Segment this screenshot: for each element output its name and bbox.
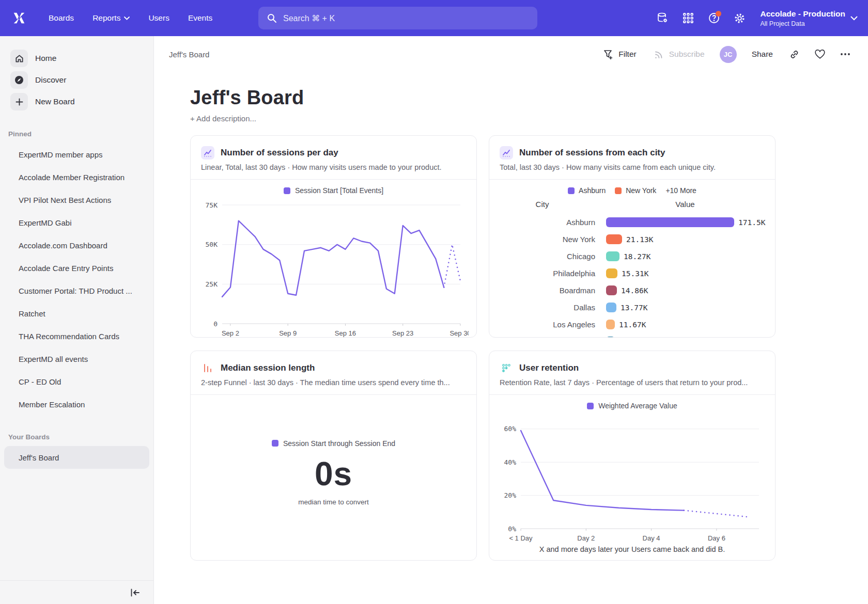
filter-funnel-icon xyxy=(603,50,614,59)
nav-item-events[interactable]: Events xyxy=(181,8,220,28)
apps-grid-icon[interactable] xyxy=(678,8,699,28)
more-options-icon[interactable] xyxy=(835,48,856,60)
card-sessions-per-day: Number of sessions per day Linear, Total… xyxy=(190,135,477,338)
city-name: Boardman xyxy=(489,286,595,295)
sidebar-item-discover[interactable]: Discover xyxy=(4,69,149,91)
home-icon xyxy=(10,50,28,67)
board-header: Jeff's Board Filter xyxy=(154,36,868,72)
sidebar-pinned-item[interactable]: ExpertMD member apps xyxy=(4,143,149,166)
breadcrumb[interactable]: Jeff's Board xyxy=(169,50,209,59)
city-bar xyxy=(606,337,615,338)
svg-text:Day 4: Day 4 xyxy=(643,534,660,542)
table-column-headers: City Value xyxy=(489,195,775,211)
project-switcher[interactable]: Accolade - Production All Project Data xyxy=(761,9,858,27)
settings-gear-icon[interactable] xyxy=(730,8,750,28)
table-row[interactable]: Dallas13.77K xyxy=(489,299,775,316)
nav-item-boards[interactable]: Boards xyxy=(41,8,81,28)
nav-item-reports[interactable]: Reports xyxy=(85,8,137,28)
filter-button[interactable]: Filter xyxy=(597,45,643,64)
table-row[interactable]: Los Angeles11.67K xyxy=(489,316,775,333)
city-name: Philadelphia xyxy=(489,269,595,278)
line-chart-icon xyxy=(500,146,513,160)
sidebar-pinned-item[interactable]: VPI Pilot Next Best Actions xyxy=(4,188,149,211)
help-icon[interactable] xyxy=(704,8,724,28)
city-value: 15.31K xyxy=(622,269,648,278)
city-value: 14.86K xyxy=(621,287,648,295)
sidebar-board-item[interactable]: Jeff's Board xyxy=(4,446,149,469)
city-bar xyxy=(606,320,615,329)
sidebar-pinned-item[interactable]: Ratchet xyxy=(4,302,149,325)
sidebar-pinned-item[interactable]: ExpertMD Gabi xyxy=(4,211,149,234)
legend: Session Start [Total Events] xyxy=(191,180,476,195)
pinned-section-label: Pinned xyxy=(0,130,153,138)
card-title: Median session length xyxy=(221,363,315,373)
svg-text:0: 0 xyxy=(213,320,218,328)
retention-dots-icon xyxy=(500,361,513,375)
share-button[interactable]: Share xyxy=(745,45,780,63)
sidebar-pinned-item[interactable]: Accolade.com Dashboard xyxy=(4,234,149,257)
table-row[interactable]: Philadelphia15.31K xyxy=(489,265,775,282)
search-placeholder: Search ⌘ + K xyxy=(283,13,335,23)
sidebar-pinned-item[interactable]: Accolade Member Registration xyxy=(4,166,149,188)
sidebar-pinned-item[interactable]: CP - ED Old xyxy=(4,370,149,393)
avatar[interactable]: JC xyxy=(720,46,737,63)
card-sessions-by-city-header[interactable]: Number of sessions from each city Total,… xyxy=(489,136,775,180)
legend-item[interactable]: +10 More xyxy=(665,186,696,195)
app-window: BoardsReportsUsersEvents Search ⌘ + K xyxy=(0,0,868,604)
plus-icon xyxy=(10,93,28,110)
card-sessions-per-day-header[interactable]: Number of sessions per day Linear, Total… xyxy=(191,136,476,180)
favorite-heart-icon[interactable] xyxy=(809,44,831,64)
svg-text:Sep 23: Sep 23 xyxy=(392,329,413,337)
card-subtitle: Total, last 30 days · How many visits ca… xyxy=(500,163,765,171)
city-name: Ashburn xyxy=(489,218,595,227)
sidebar-pinned-item[interactable]: THA Recommendation Cards xyxy=(4,325,149,347)
sidebar-pinned-item[interactable]: Accolade Care Entry Points xyxy=(4,257,149,279)
city-name: Dallas xyxy=(489,303,595,312)
svg-text:Sep 2: Sep 2 xyxy=(222,329,239,337)
search-input[interactable]: Search ⌘ + K xyxy=(258,7,537,29)
city-bar xyxy=(606,303,616,312)
table-row[interactable]: Boardman14.86K xyxy=(489,282,775,299)
sidebar-item-home[interactable]: Home xyxy=(4,47,149,69)
card-median-session-header[interactable]: Median session length 2-step Funnel · la… xyxy=(191,351,476,395)
median-value: 0s xyxy=(315,455,352,493)
city-bar xyxy=(606,251,619,261)
legend-item[interactable]: New York xyxy=(615,186,656,195)
city-value: 11.67K xyxy=(619,321,646,329)
data-management-icon[interactable] xyxy=(652,8,673,28)
retention-line-chart[interactable]: 0%20%40%60%< 1 DayDay 2Day 4Day 6 xyxy=(497,412,767,544)
funnel-bars-icon xyxy=(201,361,214,375)
chevron-down-icon xyxy=(124,17,130,20)
svg-text:Sep 9: Sep 9 xyxy=(279,329,297,337)
rss-icon xyxy=(654,49,664,59)
table-row[interactable]: Ashburn171.5K xyxy=(489,214,775,231)
city-value: 18.27K xyxy=(624,252,650,261)
sidebar-item-new-board[interactable]: New Board xyxy=(4,91,149,113)
table-row[interactable]: Scottsdale xyxy=(489,333,775,338)
top-nav: BoardsReportsUsersEvents Search ⌘ + K xyxy=(0,0,868,36)
collapse-sidebar-icon[interactable] xyxy=(130,589,140,597)
sidebar-pinned-item[interactable]: Customer Portal: THD Product ... xyxy=(4,279,149,302)
city-name: New York xyxy=(489,235,595,244)
card-user-retention-header[interactable]: User retention Retention Rate, last 7 da… xyxy=(489,351,775,395)
search-icon xyxy=(267,13,277,23)
legend-item[interactable]: Ashburn xyxy=(568,186,606,195)
svg-text:20%: 20% xyxy=(504,491,517,499)
card-title: Number of sessions per day xyxy=(221,148,338,158)
page-title: Jeff's Board xyxy=(190,87,868,109)
your-boards-section-label: Your Boards xyxy=(0,433,153,441)
city-table: Ashburn171.5KNew York21.13KChicago18.27K… xyxy=(489,211,775,338)
cards-grid: Number of sessions per day Linear, Total… xyxy=(190,135,776,561)
sidebar-pinned-item[interactable]: ExpertMD all events xyxy=(4,347,149,370)
table-row[interactable]: New York21.13K xyxy=(489,231,775,248)
line-chart-icon xyxy=(201,146,214,160)
subscribe-button[interactable]: Subscribe xyxy=(647,44,711,64)
city-value: 21.13K xyxy=(626,235,653,244)
sidebar-pinned-item[interactable]: Member Escalation xyxy=(4,393,149,416)
sessions-line-chart[interactable]: 025K50K75KSep 2Sep 9Sep 16Sep 23Sep 30 xyxy=(198,197,469,338)
nav-item-users[interactable]: Users xyxy=(141,8,176,28)
table-row[interactable]: Chicago18.27K xyxy=(489,248,775,265)
add-description-button[interactable]: + Add description... xyxy=(190,114,868,123)
copy-link-icon[interactable] xyxy=(784,44,805,65)
mixpanel-logo-icon[interactable] xyxy=(10,9,28,27)
